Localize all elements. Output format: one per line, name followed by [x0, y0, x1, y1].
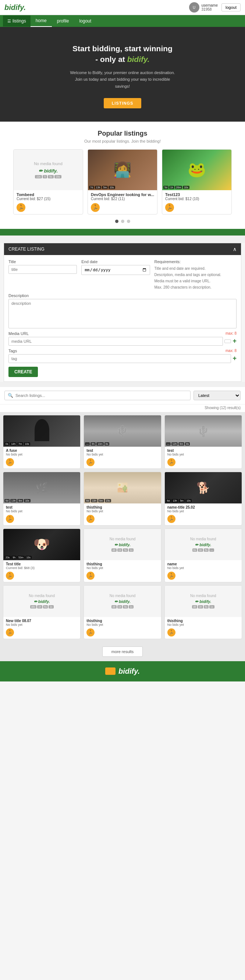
- card-2-image: 👩‍💻 7d 13h 5m 10s: [88, 150, 157, 190]
- listing-10-title: New title 08.07: [6, 619, 77, 623]
- listing-5-bid: No bids yet: [87, 509, 158, 513]
- card-3-bid: Current bid: $12 (10): [165, 197, 228, 201]
- user-info: U username 31958: [189, 2, 218, 13]
- listing-6-image: 🐕 6d 13h 5m 10s: [165, 472, 242, 503]
- tags-label: Tags: [8, 348, 17, 353]
- bid-icon-l11[interactable]: 🏃: [87, 628, 95, 636]
- req-3: Media must be a valid image URL.: [155, 278, 237, 284]
- listings-grid: 0s 14h 7m 10s A fuse No bids yet 🏃 🌵 — 6…: [0, 412, 245, 642]
- bid-icon-3[interactable]: 🏃: [165, 203, 174, 212]
- listing-5-title: thisthing: [87, 505, 158, 509]
- tags-label-row: Tags max: 8: [8, 348, 237, 353]
- requirements-group: Requirements: Title and end date are req…: [155, 259, 237, 290]
- create-listing-header[interactable]: CREATE LISTING ∧: [4, 243, 241, 255]
- dot-2[interactable]: [121, 220, 124, 223]
- listing-1-timers: 0s 14h 7m 10s: [5, 442, 30, 445]
- bid-icon-l7[interactable]: 🏃: [6, 572, 14, 580]
- listing-7-body: Test title Current bid: $68 (3): [3, 560, 80, 571]
- card-2-timers: 7d 13h 5m 10s: [89, 186, 115, 189]
- media-url-max: max: 8: [226, 331, 237, 336]
- listing-5-body: thisthing No bids yet: [84, 503, 161, 514]
- create-listing-button[interactable]: CREATE: [8, 367, 38, 377]
- more-results-button[interactable]: more results: [102, 646, 143, 657]
- logout-button[interactable]: logout: [221, 3, 240, 11]
- more-results-wrap: more results: [0, 642, 245, 661]
- media-url-input[interactable]: [8, 337, 223, 346]
- media-clear-button[interactable]: [224, 339, 231, 343]
- listing-1-bid: No bids yet: [6, 453, 77, 456]
- listing-10-bid: No bids yet: [6, 623, 77, 627]
- title-input[interactable]: [8, 265, 77, 274]
- listing-2-timers: — 6h 13m 8s: [85, 442, 109, 445]
- dot-3[interactable]: [127, 220, 130, 223]
- sort-select[interactable]: Latest Oldest Price: Low to High Price: …: [193, 391, 240, 400]
- bid-icon-l6[interactable]: 🏃: [168, 515, 175, 523]
- card-2-title: DevOps Engineer looking for w...: [91, 192, 154, 197]
- bid-icon-1[interactable]: 🏃: [17, 203, 25, 212]
- description-input[interactable]: [8, 299, 237, 328]
- list-icon: ☰: [7, 19, 11, 24]
- card-3-body: Test123 Current bid: $12 (10): [162, 190, 231, 202]
- title-label: Title: [8, 259, 77, 264]
- listing-9-title: name: [168, 562, 239, 566]
- bid-icon-2[interactable]: 🏃: [91, 203, 100, 212]
- tags-input[interactable]: [8, 354, 231, 363]
- media-add-button[interactable]: +: [232, 337, 237, 345]
- listing-11-title: thisthing: [87, 619, 158, 623]
- user-details: username 31958: [202, 3, 218, 11]
- dot-1[interactable]: [115, 220, 119, 223]
- no-media-11: No media found: [110, 594, 136, 598]
- bid-icon-l9[interactable]: 🏃: [168, 572, 175, 580]
- card-1-body: Tombeed Current bid: $27 (15): [14, 190, 83, 202]
- bid-icon-l4[interactable]: 🏃: [6, 515, 14, 523]
- listing-8-image: No media found ✏ bidify. d6 1h 5s 1s: [84, 529, 161, 560]
- req-2: Description, media and tags are optional…: [155, 272, 237, 278]
- listing-card-5: 🏜️ 6d 13h 5m 15s thisthing No bids yet 🏃: [84, 472, 161, 525]
- hero-title: Start bidding, start winning - only at b…: [11, 43, 234, 65]
- form-row-1: Title End date Requirements: Title and e…: [8, 259, 237, 290]
- nav-listings[interactable]: ☰ listings: [3, 16, 30, 27]
- listing-card-12: No media found ✏ bidify. d6 1h 5s 1s thi…: [164, 585, 242, 639]
- media-url-group: Media URL max: 8 +: [8, 331, 237, 346]
- listing-4-body: test No bids yet: [3, 503, 80, 514]
- nav-item-home[interactable]: home: [30, 15, 52, 27]
- listing-6-timers: 6d 13h 5m 10s: [166, 499, 192, 502]
- card-1-footer: 🏃: [14, 202, 83, 214]
- listing-1-title: A fuse: [6, 449, 77, 453]
- listing-4-image: 🌿 6d 13h 8m 10s: [3, 472, 80, 503]
- bid-icon-l3[interactable]: 🏃: [168, 458, 175, 466]
- bid-icon-l10[interactable]: 🏃: [6, 628, 14, 636]
- listing-5-image: 🏜️ 6d 13h 5m 15s: [84, 472, 161, 503]
- search-icon: 🔍: [8, 393, 13, 398]
- footer: bidify.: [0, 661, 245, 681]
- listing-3-body: test No bids yet: [165, 447, 242, 457]
- bid-icon-l5[interactable]: 🏃: [87, 515, 95, 523]
- card-1-bid-blocks: 22s 5 5s 15s: [35, 175, 62, 178]
- listing-3-timers: — 12h 6m 8s: [166, 442, 190, 445]
- listing-card-4: 🌿 6d 13h 8m 10s test No bids yet 🏃: [3, 472, 81, 525]
- hero-cta-button[interactable]: LISTINGS: [104, 98, 142, 108]
- req-4: Max. 280 characters in description.: [155, 284, 237, 290]
- listing-9-bid: No bids yet: [168, 566, 239, 570]
- listing-7-image: 🐶 20s 9h 53m 10s: [3, 529, 80, 560]
- end-date-input[interactable]: [81, 265, 150, 275]
- listing-2-title: test: [87, 449, 158, 453]
- bid-icon-l2[interactable]: 🏃: [87, 458, 95, 466]
- req-1: Title and end date are required.: [155, 266, 237, 272]
- tags-add-button[interactable]: +: [232, 355, 237, 362]
- listing-12-title: thisthing: [168, 619, 239, 623]
- search-input-wrap: 🔍: [5, 391, 191, 400]
- search-input[interactable]: [16, 393, 187, 398]
- create-listing-form: Title End date Requirements: Title and e…: [4, 255, 241, 382]
- listing-7-bid: Current bid: $68 (3): [6, 566, 77, 570]
- nav-item-profile[interactable]: profile: [52, 16, 74, 27]
- bid-icon-l12[interactable]: 🏃: [168, 628, 175, 636]
- end-date-label: End date: [81, 259, 150, 264]
- listing-10-body: New title 08.07 No bids yet: [3, 617, 80, 627]
- carousel-dots: [6, 220, 239, 223]
- listing-card-3: 🌵 — 12h 6m 8s test No bids yet 🏃: [164, 415, 242, 469]
- popular-card-1: No media found ✏ bidify. 22s 5 5s 15s To…: [13, 149, 83, 215]
- bid-icon-l1[interactable]: 🏃: [6, 458, 14, 466]
- nav-item-logout[interactable]: logout: [74, 16, 96, 27]
- bid-icon-l8[interactable]: 🏃: [87, 572, 95, 580]
